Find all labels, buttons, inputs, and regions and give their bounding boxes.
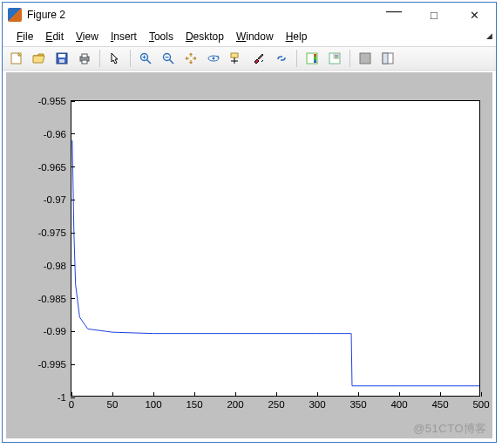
y-tick-mark xyxy=(71,265,75,266)
zoom-in-button[interactable] xyxy=(135,48,156,69)
x-tick-label: 100 xyxy=(145,396,161,410)
x-tick-mark xyxy=(481,392,482,397)
x-tick-label: 50 xyxy=(107,396,119,410)
menu-help[interactable]: Help xyxy=(281,29,313,44)
x-tick-mark xyxy=(71,392,72,397)
x-tick-mark xyxy=(194,392,195,397)
y-tick-mark xyxy=(71,101,75,102)
toolbar xyxy=(3,46,496,71)
figure-window: Figure 2 — □ ✕ ◢ FileEditViewInsertTools… xyxy=(2,2,497,443)
x-tick-mark xyxy=(235,392,236,397)
x-tick-label: 250 xyxy=(268,396,284,410)
pointer-button[interactable] xyxy=(105,48,126,69)
legend-button[interactable] xyxy=(324,48,345,69)
toolbar-separator xyxy=(349,50,350,67)
colorbar-button[interactable] xyxy=(302,48,322,69)
toolbar-separator xyxy=(296,50,297,67)
menu-tools[interactable]: Tools xyxy=(144,29,179,44)
svg-rect-6 xyxy=(82,60,87,64)
x-tick-label: 500 xyxy=(472,396,489,410)
svg-line-12 xyxy=(170,60,174,64)
y-tick-label: -0.96 xyxy=(44,129,71,139)
y-tick-mark xyxy=(71,298,75,299)
x-tick-label: 150 xyxy=(186,396,202,410)
x-tick-mark xyxy=(440,392,441,397)
x-tick-label: 350 xyxy=(349,396,366,410)
y-tick-label: -0.97 xyxy=(44,194,71,205)
y-tick-mark xyxy=(71,133,75,134)
y-tick-label: -0.955 xyxy=(37,96,71,106)
minimize-button[interactable]: — xyxy=(374,0,414,31)
menu-window[interactable]: Window xyxy=(231,29,279,44)
maximize-button[interactable]: □ xyxy=(414,3,454,27)
close-button[interactable]: ✕ xyxy=(454,3,494,27)
y-tick-label: -0.98 xyxy=(44,261,71,271)
x-tick-mark xyxy=(276,392,277,397)
link-button[interactable] xyxy=(271,48,292,69)
menu-insert[interactable]: Insert xyxy=(105,29,142,44)
menu-edit[interactable]: Edit xyxy=(40,29,69,44)
hide-tools-button[interactable] xyxy=(355,48,376,69)
y-tick-mark xyxy=(71,233,75,234)
minimize-ribbon-icon[interactable]: ◢ xyxy=(486,31,492,40)
open-button[interactable] xyxy=(29,48,50,69)
y-tick-label: -0.985 xyxy=(37,294,71,304)
svg-rect-20 xyxy=(314,54,316,63)
menu-desktop[interactable]: Desktop xyxy=(180,29,229,44)
x-tick-label: 300 xyxy=(309,396,325,410)
window-title: Figure 2 xyxy=(27,9,65,21)
new-figure-button[interactable] xyxy=(6,48,27,69)
y-tick-label: -0.995 xyxy=(37,359,71,370)
matlab-app-icon xyxy=(8,8,22,22)
svg-rect-25 xyxy=(360,53,370,64)
pan-button[interactable] xyxy=(180,48,201,69)
title-bar[interactable]: Figure 2 — □ ✕ xyxy=(3,3,496,27)
menu-view[interactable]: View xyxy=(71,29,104,44)
save-button[interactable] xyxy=(51,48,72,69)
y-tick-mark xyxy=(71,200,75,200)
y-tick-label: -0.99 xyxy=(44,326,71,336)
dock-button[interactable] xyxy=(377,48,398,69)
axes[interactable]: -1-0.995-0.99-0.985-0.98-0.975-0.97-0.96… xyxy=(71,100,480,397)
watermark-text: @51CTO博客 xyxy=(413,421,487,437)
svg-rect-27 xyxy=(383,53,388,64)
toolbar-separator xyxy=(99,50,100,67)
figure-canvas: -1-0.995-0.99-0.985-0.98-0.975-0.97-0.96… xyxy=(6,72,492,438)
toolbar-separator xyxy=(130,50,131,67)
zoom-out-button[interactable] xyxy=(158,48,179,69)
y-tick-mark xyxy=(71,331,75,332)
x-tick-mark xyxy=(399,392,400,397)
x-tick-label: 0 xyxy=(69,396,74,410)
y-tick-label: -0.975 xyxy=(37,227,71,238)
line-plot xyxy=(71,101,479,396)
y-tick-mark xyxy=(71,166,75,167)
x-tick-label: 450 xyxy=(431,396,448,410)
rotate-3d-button[interactable] xyxy=(203,48,224,69)
svg-rect-3 xyxy=(59,59,64,63)
x-tick-mark xyxy=(358,392,359,397)
menu-file[interactable]: File xyxy=(11,29,38,44)
svg-line-8 xyxy=(147,60,152,64)
svg-rect-16 xyxy=(231,53,238,58)
y-tick-mark xyxy=(71,364,75,365)
x-tick-mark xyxy=(112,392,113,397)
svg-rect-2 xyxy=(58,54,65,58)
svg-point-15 xyxy=(213,58,215,60)
print-button[interactable] xyxy=(74,48,95,69)
series-trace-1 xyxy=(72,140,479,386)
svg-rect-5 xyxy=(82,54,87,58)
y-tick-label: -0.965 xyxy=(37,162,71,173)
brush-button[interactable] xyxy=(248,48,269,69)
x-tick-mark xyxy=(153,392,154,397)
x-tick-label: 200 xyxy=(227,396,243,410)
menu-bar: FileEditViewInsertToolsDesktopWindowHelp xyxy=(3,27,496,46)
x-tick-mark xyxy=(317,392,318,397)
data-cursor-button[interactable] xyxy=(226,48,247,69)
x-tick-label: 400 xyxy=(390,396,407,410)
